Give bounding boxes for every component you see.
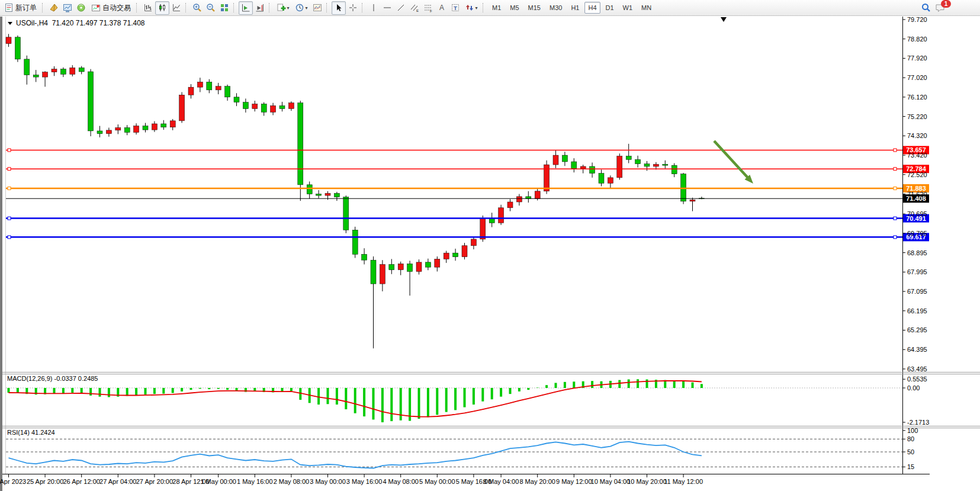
timeframe-h1[interactable]: H1 (567, 2, 583, 14)
svg-text:79.720: 79.720 (907, 16, 927, 23)
toolbar-grip (269, 3, 272, 12)
timeframe-mn[interactable]: MN (638, 2, 655, 14)
price-axis: 79.72078.82077.92077.02076.12075.22074.3… (902, 16, 927, 373)
timeframe-m5[interactable]: M5 (506, 2, 522, 14)
gold-wedge-icon[interactable] (47, 2, 60, 14)
trend-arrow (714, 141, 753, 184)
horizontal-lines: 73.65772.78471.88371.40870.49169.617 (6, 146, 929, 241)
time-marker (721, 17, 727, 22)
vertical-line-icon[interactable] (367, 2, 380, 14)
fibonacci-icon[interactable]: F (422, 2, 435, 14)
svg-text:10 May 04:00: 10 May 04:00 (591, 478, 631, 485)
svg-text:100: 100 (907, 427, 918, 434)
macd-pane: 0.55350.00-2.1713 (6, 376, 929, 426)
svg-text:0.00: 0.00 (907, 384, 920, 391)
window-left-border (0, 17, 2, 491)
new-order-icon (4, 2, 14, 14)
rsi-line (9, 442, 702, 468)
candles (6, 34, 704, 348)
svg-text:10 May 20:00: 10 May 20:00 (627, 478, 667, 485)
bar-chart-icon[interactable] (142, 2, 155, 14)
svg-text:3 May 16:00: 3 May 16:00 (346, 478, 383, 485)
candlestick-chart-icon[interactable] (155, 1, 169, 15)
market-watch-icon[interactable] (61, 2, 74, 14)
svg-text:3 May 00:00: 3 May 00:00 (310, 478, 346, 485)
template-icon[interactable] (311, 2, 324, 14)
svg-text:67.095: 67.095 (907, 288, 927, 295)
toolbar-grip (136, 3, 139, 12)
svg-text:77.920: 77.920 (907, 54, 927, 62)
svg-text:2 May 08:00: 2 May 08:00 (274, 478, 310, 485)
new-order-label: 新订单 (15, 3, 37, 13)
timeframe-h4[interactable]: H4 (584, 2, 600, 14)
svg-text:15: 15 (907, 463, 914, 470)
auto-scroll-icon[interactable] (239, 1, 253, 15)
svg-text:-2.1713: -2.1713 (907, 419, 929, 426)
timeframe-d1[interactable]: D1 (602, 2, 618, 14)
macd-indicator-label: MACD(12,26,9) -0.0337 0.2485 (7, 375, 98, 382)
svg-text:75.220: 75.220 (907, 113, 927, 120)
timeframe-m1[interactable]: M1 (489, 2, 505, 14)
rsi-pane: 100805015 (6, 427, 918, 470)
add-indicator-icon[interactable] (274, 2, 292, 14)
arrows-tool-icon[interactable] (462, 2, 480, 14)
text-label-icon[interactable]: T (449, 2, 462, 14)
timeframe-w1[interactable]: W1 (619, 2, 637, 14)
tile-windows-icon[interactable] (218, 2, 231, 14)
svg-text:27 Apr 04:00: 27 Apr 04:00 (99, 478, 136, 485)
chevron-down-icon (8, 22, 12, 25)
svg-text:25 Apr 20:00: 25 Apr 20:00 (27, 478, 63, 485)
toolbar-grip (185, 3, 188, 12)
svg-text:66.195: 66.195 (907, 307, 927, 315)
horizontal-line-icon[interactable] (381, 2, 394, 14)
text-tool-icon[interactable]: A (435, 2, 448, 14)
crosshair-icon[interactable] (346, 2, 359, 14)
svg-text:73.420: 73.420 (907, 152, 927, 159)
price-chart[interactable]: 73.65772.78471.88371.40870.49169.61779.7… (0, 0, 980, 491)
timeframe-m30[interactable]: M30 (546, 2, 565, 14)
chart-shift-icon[interactable] (253, 2, 266, 14)
auto-trading-label: 自动交易 (102, 3, 131, 13)
zoom-in-icon[interactable] (191, 2, 204, 14)
svg-text:11 May 12:00: 11 May 12:00 (664, 478, 703, 485)
equidistant-channel-icon[interactable]: E (408, 2, 421, 14)
chart-title-row[interactable]: USOil-,H4 71.420 71.497 71.378 71.408 (8, 19, 145, 27)
zoom-out-icon[interactable] (204, 2, 217, 14)
svg-text:1 May 16:00: 1 May 16:00 (237, 478, 273, 485)
svg-text:8 May 04:00: 8 May 04:00 (483, 478, 519, 485)
toolbar-grip (233, 3, 236, 12)
line-chart-icon[interactable] (170, 2, 183, 14)
svg-text:72.520: 72.520 (907, 171, 927, 178)
period-icon[interactable] (293, 2, 310, 14)
time-axis: 25 Apr 202325 Apr 20:0026 Apr 12:0027 Ap… (0, 474, 930, 485)
toolbar-grip (483, 3, 486, 12)
svg-text:8 May 20:00: 8 May 20:00 (519, 478, 555, 485)
notifications-button[interactable]: 1 (933, 2, 947, 14)
new-order-button[interactable]: 新订单 (1, 2, 40, 14)
svg-text:27 Apr 20:00: 27 Apr 20:00 (136, 478, 173, 485)
cursor-icon[interactable] (332, 1, 346, 15)
svg-text:F: F (430, 9, 432, 13)
svg-text:4 May 08:00: 4 May 08:00 (383, 478, 419, 485)
search-icon[interactable] (920, 2, 933, 14)
svg-text:71.620: 71.620 (907, 191, 927, 198)
trendline-icon[interactable] (394, 2, 407, 14)
svg-text:65.295: 65.295 (907, 326, 927, 333)
svg-text:67.995: 67.995 (907, 268, 927, 275)
svg-text:E: E (416, 9, 419, 12)
svg-text:5 May 00:00: 5 May 00:00 (419, 478, 455, 485)
svg-text:78.820: 78.820 (907, 36, 927, 43)
svg-text:50: 50 (907, 448, 914, 455)
svg-text:26 Apr 12:00: 26 Apr 12:00 (63, 478, 100, 485)
toolbar: 新订单 自动交易 (0, 0, 980, 16)
timeframe-m15[interactable]: M15 (525, 2, 544, 14)
svg-text:64.395: 64.395 (907, 346, 927, 353)
svg-text:70.695: 70.695 (907, 210, 927, 217)
auto-trading-button[interactable]: 自动交易 (88, 2, 134, 14)
svg-text:0.5535: 0.5535 (907, 376, 927, 383)
toolbar-grip (326, 3, 329, 12)
rsi-indicator-label: RSI(14) 41.2424 (7, 429, 55, 436)
svg-text:77.020: 77.020 (907, 74, 927, 81)
svg-text:76.120: 76.120 (907, 94, 927, 101)
signal-icon[interactable] (75, 2, 88, 14)
